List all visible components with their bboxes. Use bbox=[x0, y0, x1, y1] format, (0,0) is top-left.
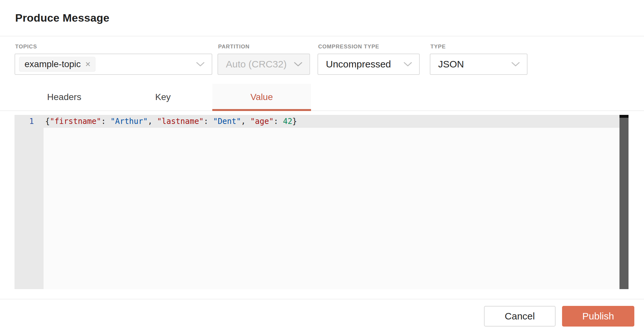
type-label: TYPE bbox=[430, 44, 528, 50]
tab-key[interactable]: Key bbox=[114, 84, 212, 110]
compression-type-value: Uncompressed bbox=[326, 59, 391, 70]
type-select[interactable]: JSON bbox=[430, 54, 528, 75]
tabs: Headers Key Value bbox=[0, 84, 644, 110]
editor-scrollbar[interactable] bbox=[619, 115, 629, 289]
partition-value: Auto (CRC32) bbox=[226, 59, 287, 70]
chevron-down-icon bbox=[404, 62, 412, 67]
line-number: 1 bbox=[15, 115, 44, 128]
tab-value[interactable]: Value bbox=[212, 84, 311, 110]
code-line: {"firstname": "Arthur", "lastname": "Den… bbox=[44, 115, 619, 128]
type-field: TYPE JSON bbox=[430, 44, 528, 75]
dialog-header: Produce Message bbox=[0, 0, 644, 36]
dialog-title: Produce Message bbox=[15, 12, 644, 24]
chevron-down-icon bbox=[511, 62, 520, 67]
cancel-button[interactable]: Cancel bbox=[484, 306, 556, 327]
remove-topic-icon[interactable]: × bbox=[85, 60, 90, 69]
chevron-down-icon bbox=[196, 62, 205, 67]
editor-content[interactable]: {"firstname": "Arthur", "lastname": "Den… bbox=[44, 115, 619, 289]
topics-select[interactable]: example-topic × bbox=[15, 54, 212, 75]
tab-headers[interactable]: Headers bbox=[15, 84, 114, 110]
topic-tag-label: example-topic bbox=[25, 59, 81, 69]
compression-type-field: COMPRESSION TYPE Uncompressed bbox=[317, 44, 420, 75]
compression-type-select[interactable]: Uncompressed bbox=[317, 54, 420, 75]
topics-field: TOPICS example-topic × bbox=[15, 44, 212, 75]
editor-gutter: 1 bbox=[15, 115, 44, 289]
scrollbar-thumb[interactable] bbox=[619, 115, 629, 118]
topics-label: TOPICS bbox=[15, 44, 212, 50]
dialog-footer: Cancel Publish bbox=[0, 299, 644, 327]
type-value: JSON bbox=[438, 59, 464, 70]
publish-button[interactable]: Publish bbox=[562, 306, 634, 327]
message-part-tabbar: Headers Key Value bbox=[0, 84, 644, 111]
value-code-editor: 1 {"firstname": "Arthur", "lastname": "D… bbox=[15, 115, 629, 289]
topic-tag: example-topic × bbox=[19, 57, 96, 72]
compression-type-label: COMPRESSION TYPE bbox=[318, 44, 420, 50]
produce-options-row: TOPICS example-topic × PARTITION Auto (C… bbox=[0, 36, 644, 75]
partition-field: PARTITION Auto (CRC32) bbox=[217, 44, 310, 75]
partition-select: Auto (CRC32) bbox=[217, 54, 310, 75]
chevron-down-icon bbox=[294, 62, 302, 67]
partition-label: PARTITION bbox=[218, 44, 310, 50]
